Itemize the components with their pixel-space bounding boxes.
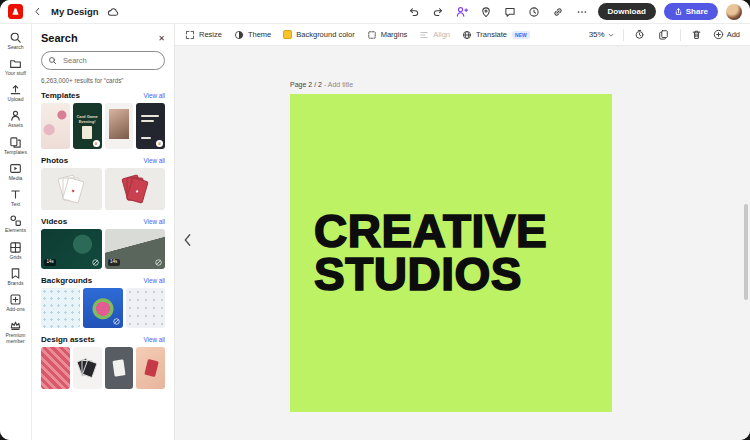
template-thumb-text: Card Game Evening! [73,114,102,124]
more-options-button[interactable] [574,4,590,20]
version-history-icon[interactable] [526,4,542,20]
download-button[interactable]: Download [598,3,656,20]
design-asset-thumbnail[interactable] [136,347,165,389]
document-title[interactable]: My Design [51,6,99,17]
search-input[interactable] [61,55,158,66]
design-asset-thumbnail[interactable] [105,347,134,389]
adobe-express-logo-icon[interactable] [8,4,23,19]
photo-thumbnail[interactable] [41,168,102,210]
rail-label: Search [8,45,24,51]
close-panel-button[interactable]: ✕ [158,34,165,43]
view-all-link[interactable]: View all [143,336,165,343]
view-all-link[interactable]: View all [143,277,165,284]
rail-label: Add-ons [6,307,25,313]
location-pin-icon[interactable] [478,4,494,20]
sidebar-item-add-ons[interactable]: Add-ons [0,290,32,316]
video-duration-badge: 14s [108,259,120,266]
background-thumbnail[interactable] [83,288,122,328]
stock-badge-icon [155,259,162,266]
plus-circle-icon [713,29,724,40]
align-button[interactable]: Align [419,30,450,40]
search-icon [9,31,22,44]
cloud-sync-icon [105,4,121,20]
sidebar-item-premium[interactable]: Premium member [0,316,32,348]
search-box[interactable] [41,51,165,70]
video-thumbnail[interactable]: 14s [41,229,102,269]
add-page-button[interactable]: Add [713,29,740,40]
redo-button[interactable] [430,4,446,20]
section-title: Templates [41,91,80,100]
sidebar-item-grids[interactable]: Grids [0,237,32,263]
add-title-prompt[interactable]: - Add title [324,81,353,88]
rail-label: Premium member [0,333,32,345]
design-asset-thumbnail[interactable] [41,347,70,389]
page-label[interactable]: Page 2 / 2 - Add title [290,81,353,88]
theme-button[interactable]: Theme [234,30,271,40]
template-thumbnail[interactable] [105,103,134,149]
upload-icon [9,83,22,96]
background-color-button[interactable]: Background color [283,30,354,39]
share-link-icon[interactable] [550,4,566,20]
share-button[interactable]: Share [664,3,718,20]
collapse-panel-button[interactable] [180,228,195,252]
background-thumbnail[interactable] [126,288,165,328]
background-color-swatch [283,30,292,39]
sidebar-item-search[interactable]: Search [0,27,32,53]
view-all-link[interactable]: View all [143,92,165,99]
section-photos: Photos View all [41,156,165,210]
templates-icon [9,136,22,149]
undo-button[interactable] [406,4,422,20]
canvas-text-line2[interactable]: STUDIOS [314,253,612,296]
vertical-scrollbar[interactable] [744,204,748,300]
sidebar-item-media[interactable]: Media [0,158,32,184]
zoom-control[interactable]: 35% [589,30,615,39]
back-button[interactable] [29,4,45,20]
template-thumbnail[interactable] [136,103,165,149]
rail-label: Upload [8,97,24,103]
sidebar-item-upload[interactable]: Upload [0,80,32,106]
section-title: Photos [41,156,68,165]
video-duration-badge: 14s [44,259,56,266]
photo-thumbnail[interactable] [105,168,166,210]
comment-icon[interactable] [502,4,518,20]
template-thumbnail[interactable] [41,103,70,149]
canvas-page[interactable]: CREATIVE STUDIOS [290,94,612,412]
download-label: Download [608,7,646,16]
user-avatar[interactable] [726,4,742,20]
rail-label: Media [9,176,23,182]
resize-button[interactable]: Resize [185,30,222,40]
section-title: Backgrounds [41,276,92,285]
design-asset-thumbnail[interactable] [73,347,102,389]
card-graphic [82,126,92,139]
rail-label: Elements [5,228,26,234]
sidebar-item-templates[interactable]: Templates [0,132,32,158]
video-thumbnail[interactable]: 14s [105,229,166,269]
sidebar-item-your-stuff[interactable]: Your stuff [0,53,32,79]
translate-button[interactable]: Translate NEW [462,30,530,40]
delete-page-button[interactable] [689,27,705,43]
page-number: Page 2 / 2 [290,81,322,88]
grids-icon [9,241,22,254]
app-window: My Design [0,0,750,440]
template-thumbnail[interactable]: Card Game Evening! [73,103,102,149]
sidebar-item-elements[interactable]: Elements [0,211,32,237]
sidebar-item-text[interactable]: Text [0,185,32,211]
rail-label: Your stuff [5,71,26,77]
view-all-link[interactable]: View all [143,157,165,164]
background-thumbnail[interactable] [41,288,80,328]
sidebar-item-brands[interactable]: Brands [0,263,32,289]
canvas-text-line1[interactable]: CREATIVE [314,210,612,253]
stock-badge-icon [113,318,120,325]
text-icon [9,188,22,201]
sidebar-item-assets[interactable]: Assets [0,106,32,132]
add-collaborator-icon[interactable] [454,4,470,20]
search-icon [48,56,57,65]
rail-label: Brands [8,281,24,287]
duplicate-page-button[interactable] [656,27,672,43]
view-all-link[interactable]: View all [143,218,165,225]
photo-graphic [109,109,130,139]
margins-button[interactable]: Margins [367,30,408,40]
animation-timer-button[interactable] [632,27,648,43]
stock-badge-icon [92,259,99,266]
margins-icon [367,30,377,40]
